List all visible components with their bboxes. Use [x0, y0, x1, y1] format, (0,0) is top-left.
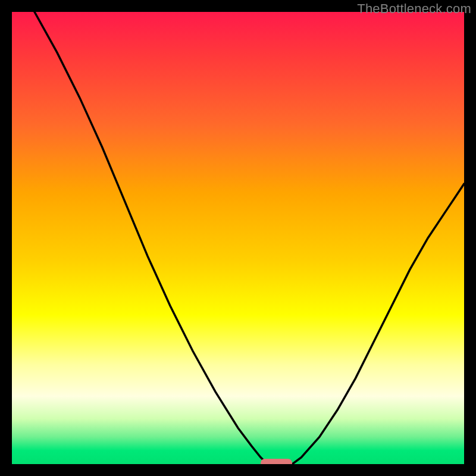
- watermark: TheBottleneck.com: [357, 1, 471, 17]
- bottleneck-curve: [12, 12, 464, 464]
- curve-right: [292, 184, 464, 464]
- plot-area: [12, 12, 464, 464]
- optimal-marker: [261, 459, 292, 464]
- curve-left: [35, 12, 267, 464]
- chart-frame: TheBottleneck.com: [0, 0, 476, 476]
